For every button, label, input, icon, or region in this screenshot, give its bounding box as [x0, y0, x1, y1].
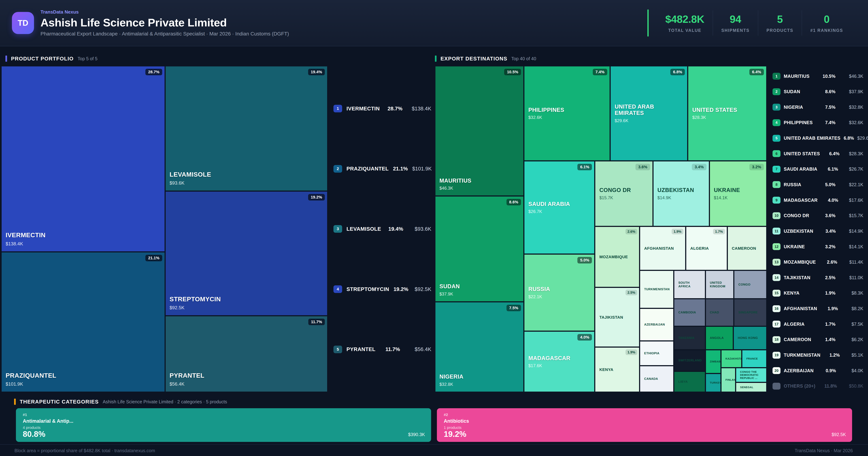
country-name: AZERBAIJAN	[784, 368, 813, 373]
product-treemap-block[interactable]: 19.2%STREPTOMYCIN$92.5K	[165, 191, 328, 316]
export-treemap-block[interactable]: TURKEY	[706, 373, 721, 392]
stat-value: 0	[810, 13, 843, 25]
stat-label: SHIPMENTS	[721, 28, 749, 33]
export-treemap-block[interactable]: 8.6%SUDAN$37.9K	[435, 196, 524, 302]
block-label: SOUTH AFRICA	[678, 281, 701, 288]
export-treemap-block[interactable]: 7.4%PHILIPPINES$32.6K	[524, 66, 610, 161]
categories-accent-bar	[14, 399, 16, 405]
export-treemap-block[interactable]: 2.5%TAJIKISTAN	[595, 287, 640, 347]
country-share: 1.2%	[824, 352, 840, 358]
export-treemap-block[interactable]: FRANCE	[742, 350, 767, 368]
product-value: $101.9K	[412, 166, 432, 172]
export-treemap-block[interactable]: CONGO THE DEMOCRATIC REPUBLIC ...	[736, 368, 767, 382]
export-treemap-block[interactable]: CONGO	[734, 270, 767, 299]
export-treemap-block[interactable]: 6.1%SAUDI ARABIA$26.7K	[524, 161, 595, 254]
portfolio-section-subtitle: Top 5 of 5	[78, 56, 97, 61]
export-treemap-block[interactable]: TANZANIA	[674, 326, 705, 350]
export-treemap-block[interactable]: 1.9%KENYA	[595, 347, 640, 392]
block-label: CANADA	[644, 377, 658, 381]
country-name: UZBEKISTAN	[784, 229, 813, 234]
country-share: 5.0%	[816, 182, 835, 187]
country-share: 2.6%	[819, 259, 837, 265]
country-name: UKRAINE	[784, 244, 813, 249]
country-value: $17.6K	[841, 198, 863, 203]
export-treemap-block[interactable]: 3.4%UZBEKISTAN$14.9K	[653, 161, 709, 226]
export-treemap-block[interactable]: SOUTH AFRICA	[674, 270, 705, 299]
block-label: TAJIKISTAN	[599, 315, 623, 319]
export-treemap-block[interactable]: HONG KONG	[733, 326, 767, 350]
exports-accent-bar	[435, 56, 437, 62]
percent-badge: 5.0%	[578, 257, 592, 263]
country-share: 0.9%	[817, 368, 836, 373]
category-product-count: 1 products	[444, 425, 845, 430]
export-treemap-block[interactable]: TURKMENISTAN	[640, 270, 674, 308]
percent-badge: 1.7%	[713, 229, 725, 234]
product-treemap-block[interactable]: 21.1%PRAZIQUANTEL$101.9K	[1, 252, 165, 392]
export-treemap-block[interactable]: 2.6%MOZAMBIQUE	[595, 226, 640, 287]
category-card[interactable]: #2Antibiotics1 products19.2%$92.5K	[437, 408, 852, 442]
stats-accent-bar	[647, 9, 649, 36]
block-label: NIGERIA	[439, 373, 463, 380]
country-value: $4.0K	[839, 368, 863, 373]
percent-badge: 7.4%	[593, 69, 607, 75]
product-treemap-block[interactable]: 11.7%PYRANTEL$56.4K	[165, 316, 328, 392]
portfolio-section-title: PRODUCT PORTFOLIO	[11, 56, 73, 62]
product-share: 19.2%	[394, 286, 408, 292]
country-name: UNITED STATES	[784, 151, 820, 156]
ranking-row: 14TAJIKISTAN2.5%$11.0K	[773, 274, 863, 281]
export-treemap-block[interactable]: 1.7%ALGERIA	[686, 226, 727, 270]
export-treemap-block[interactable]: 1.9%AFGHANISTAN	[640, 226, 686, 270]
block-value: $22.1K	[528, 294, 542, 299]
product-treemap-block[interactable]: 28.7%IVERMECTIN$138.4K	[1, 66, 165, 252]
ranking-row: 11UZBEKISTAN3.4%$14.9K	[773, 228, 863, 234]
export-treemap-block[interactable]: SINGAPORE	[734, 299, 767, 326]
export-treemap-block[interactable]: 3.2%UKRAINE$14.1K	[709, 161, 767, 226]
export-treemap-block[interactable]: CHAD	[706, 299, 734, 326]
block-label: TURKEY	[710, 381, 721, 384]
block-label: KAZAKHSTAN	[725, 357, 742, 360]
export-treemap-block[interactable]: ETHIOPIA	[640, 341, 674, 366]
country-name: RUSSIA	[784, 182, 813, 187]
percent-badge: 6.8%	[670, 69, 685, 75]
product-share: 28.7%	[384, 106, 403, 112]
country-value: $29.6K	[857, 136, 868, 141]
export-treemap-block[interactable]: 7.5%NIGERIA$32.8K	[435, 302, 524, 392]
export-treemap-block[interactable]: 3.6%CONGO DR$15.7K	[595, 161, 653, 226]
ranking-row: OTHERS (20+)11.8%$50.8K	[773, 383, 863, 390]
category-card[interactable]: #1Antimalarial & Antip...4 products80.8%…	[16, 408, 431, 442]
block-label: UNITED KINGDOM	[710, 281, 730, 288]
export-treemap-block[interactable]: FINLAND	[721, 368, 736, 392]
export-treemap-block[interactable]: SWITZERLAND	[674, 350, 705, 371]
export-treemap-block[interactable]: 6.4%UNITED STATES$28.3K	[688, 66, 767, 161]
export-destinations-treemap: 10.5%MAURITIUS$46.3K8.6%SUDAN$37.9K7.5%N…	[435, 66, 767, 392]
stat-block: 0#1 RANKINGS	[802, 13, 851, 33]
export-treemap-block[interactable]: AZERBAIJAN	[640, 308, 674, 341]
export-treemap-block[interactable]: CANADA	[640, 366, 674, 392]
category-rank: #1	[23, 412, 424, 417]
country-name: UNITED ARAB EMIRATES	[784, 136, 840, 141]
export-treemap-block[interactable]: SENEGAL	[736, 382, 767, 392]
export-treemap-block[interactable]: ZIMBABWE	[706, 350, 721, 374]
export-treemap-block[interactable]: KAZAKHSTAN	[721, 350, 742, 368]
export-treemap-block[interactable]: ANGOLA	[706, 326, 733, 350]
block-label: AZERBAIJAN	[644, 323, 665, 326]
export-treemap-block[interactable]: LIBYA	[674, 371, 705, 392]
export-treemap-block[interactable]: 10.5%MAURITIUS$46.3K	[435, 66, 524, 196]
export-treemap-block[interactable]: CAMEROON	[727, 226, 767, 270]
categories-section-subtitle: Ashish Life Science Private Limited · 2 …	[103, 399, 227, 404]
product-treemap-block[interactable]: 19.4%LEVAMISOLE$93.6K	[165, 66, 328, 191]
header-stats: $482.8KTOTAL VALUE94SHIPMENTS5PRODUCTS0#…	[657, 10, 851, 36]
country-name: MAURITIUS	[784, 74, 813, 79]
block-label: CONGO DR	[599, 187, 631, 194]
block-label: RUSSIA	[528, 286, 550, 292]
export-treemap-block[interactable]: 4.0%MADAGASCAR$17.6K	[524, 331, 595, 392]
country-share: 2.5%	[816, 275, 835, 280]
export-treemap-block[interactable]: 5.0%RUSSIA$22.1K	[524, 254, 595, 331]
country-share: 1.9%	[820, 306, 838, 311]
block-label: CHAD	[710, 311, 719, 314]
export-treemap-block[interactable]: UNITED KINGDOM	[706, 270, 734, 299]
export-treemap-block[interactable]: CAMBODIA	[674, 299, 705, 326]
export-treemap-block[interactable]: 6.8%UNITED ARAB EMIRATES$29.6K	[610, 66, 688, 161]
ranking-row: 8RUSSIA5.0%$22.1K	[773, 181, 863, 188]
country-name: TAJIKISTAN	[784, 275, 813, 280]
